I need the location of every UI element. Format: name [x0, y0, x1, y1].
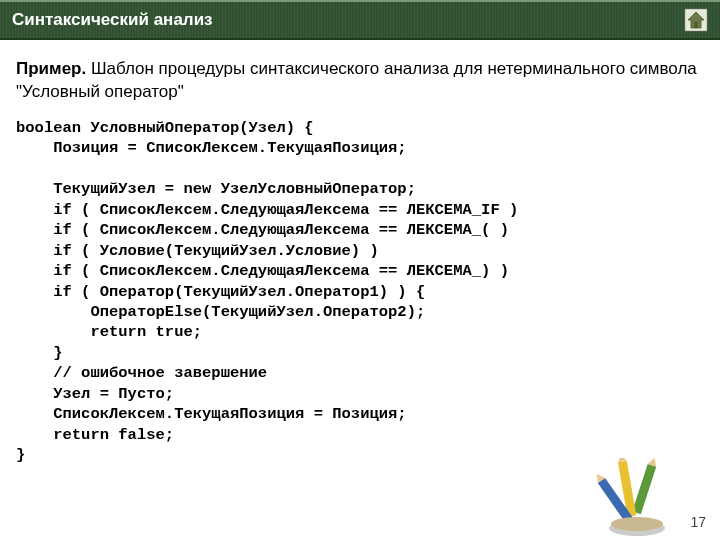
- code-line: if ( СписокЛексем.СледующаяЛексема == ЛЕ…: [16, 262, 509, 280]
- svg-rect-1: [695, 22, 698, 28]
- code-line: }: [16, 344, 63, 362]
- svg-rect-2: [632, 464, 656, 514]
- code-block: boolean УсловныйОператор(Узел) { Позиция…: [16, 118, 704, 466]
- home-icon[interactable]: [684, 8, 708, 32]
- example-prefix: Пример.: [16, 59, 86, 78]
- pencils-decoration-icon: [592, 458, 682, 538]
- page-number: 17: [690, 514, 706, 530]
- code-line: boolean УсловныйОператор(Узел) {: [16, 119, 314, 137]
- code-line: Узел = Пусто;: [16, 385, 174, 403]
- code-line: СписокЛексем.ТекущаяПозиция = Позиция;: [16, 405, 407, 423]
- example-text: Пример. Шаблон процедуры синтаксического…: [16, 58, 704, 104]
- slide-content: Пример. Шаблон процедуры синтаксического…: [0, 40, 720, 466]
- code-line: if ( СписокЛексем.СледующаяЛексема == ЛЕ…: [16, 221, 509, 239]
- code-line: if ( СписокЛексем.СледующаяЛексема == ЛЕ…: [16, 201, 518, 219]
- svg-point-10: [611, 517, 663, 531]
- code-line: return true;: [16, 323, 202, 341]
- slide-header: Синтаксический анализ: [0, 0, 720, 40]
- code-line: ТекущийУзел = new УзелУсловныйОператор;: [16, 180, 416, 198]
- code-line: Позиция = СписокЛексем.ТекущаяПозиция;: [16, 139, 407, 157]
- code-line: }: [16, 446, 25, 464]
- code-line: if ( Оператор(ТекущийУзел.Оператор1) ) {: [16, 283, 425, 301]
- slide-title: Синтаксический анализ: [12, 10, 213, 30]
- code-line: if ( Условие(ТекущийУзел.Условие) ): [16, 242, 379, 260]
- example-body: Шаблон процедуры синтаксического анализа…: [16, 59, 697, 101]
- code-line: // ошибочное завершение: [16, 364, 267, 382]
- code-line: return false;: [16, 426, 174, 444]
- code-line: ОператорElse(ТекущийУзел.Оператор2);: [16, 303, 425, 321]
